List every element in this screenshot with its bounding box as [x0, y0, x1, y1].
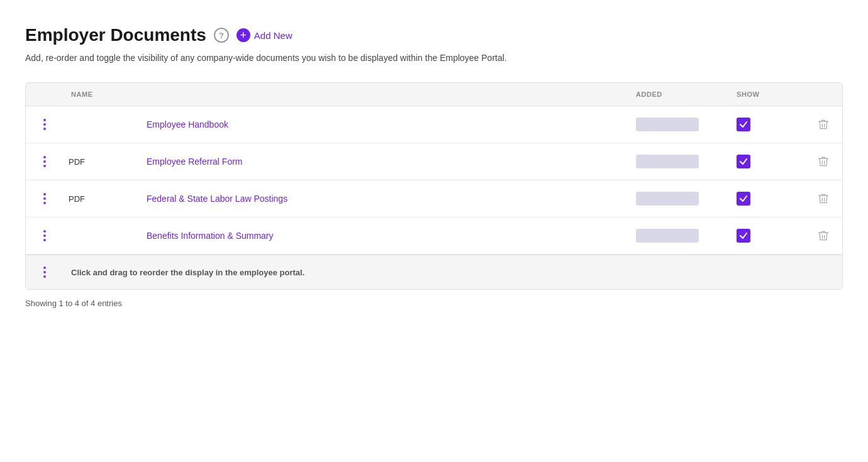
col-header-added: ADDED	[628, 91, 729, 98]
col-header-name2	[139, 91, 628, 98]
table-row: PDF Federal & State Labor Law Postings	[26, 180, 842, 217]
doc-type: PDF	[64, 157, 139, 167]
doc-added	[628, 192, 729, 206]
drag-dots-icon	[43, 119, 46, 130]
doc-added	[628, 155, 729, 168]
drag-dots-icon	[43, 230, 46, 241]
col-header-delete	[804, 91, 842, 98]
doc-added	[628, 118, 729, 131]
show-checkbox[interactable]	[737, 118, 750, 131]
trash-icon	[817, 118, 830, 131]
doc-delete[interactable]	[804, 118, 842, 131]
add-new-label: Add New	[254, 30, 292, 41]
show-checkbox[interactable]	[737, 192, 750, 206]
trash-icon	[817, 229, 830, 242]
table-row: Benefits Information & Summary	[26, 217, 842, 255]
doc-delete[interactable]	[804, 155, 842, 168]
trash-icon	[817, 155, 830, 168]
page-title: Employer Documents	[25, 25, 206, 45]
footer-hint-text: Click and drag to reorder the display in…	[64, 268, 842, 277]
doc-show[interactable]	[729, 192, 804, 206]
drag-handle[interactable]	[26, 119, 64, 130]
table-header: NAME ADDED SHOW	[26, 83, 842, 106]
doc-show[interactable]	[729, 118, 804, 131]
col-header-show: SHOW	[729, 91, 804, 98]
doc-delete[interactable]	[804, 192, 842, 205]
doc-type: PDF	[64, 194, 139, 204]
col-header-name: NAME	[64, 91, 139, 98]
doc-show[interactable]	[729, 155, 804, 168]
doc-added	[628, 229, 729, 243]
drag-dots-icon	[43, 193, 46, 204]
table-footer-row: Click and drag to reorder the display in…	[26, 255, 842, 289]
doc-show[interactable]	[729, 229, 804, 243]
show-checkbox[interactable]	[737, 155, 750, 168]
drag-handle[interactable]	[26, 193, 64, 204]
page-subtitle: Add, re-order and toggle the visibility …	[25, 52, 843, 65]
help-icon[interactable]: ?	[214, 28, 229, 43]
doc-name[interactable]: Employee Handbook	[139, 119, 628, 129]
add-new-button[interactable]: + Add New	[236, 28, 292, 42]
drag-dots-icon	[43, 267, 46, 278]
doc-name[interactable]: Employee Referral Form	[139, 157, 628, 167]
page-header: Employer Documents ? + Add New	[25, 25, 843, 45]
date-pill	[636, 155, 699, 168]
documents-table: NAME ADDED SHOW Employee Handbook	[25, 82, 843, 290]
date-pill	[636, 192, 699, 206]
table-row: Employee Handbook	[26, 106, 842, 143]
date-pill	[636, 229, 699, 243]
drag-handle[interactable]	[26, 156, 64, 167]
doc-name[interactable]: Federal & State Labor Law Postings	[139, 194, 628, 204]
drag-dots-icon	[43, 156, 46, 167]
drag-handle[interactable]	[26, 230, 64, 241]
trash-icon	[817, 192, 830, 205]
col-header-drag	[26, 91, 64, 98]
showing-entries-text: Showing 1 to 4 of 4 entries	[25, 299, 843, 308]
show-checkbox[interactable]	[737, 229, 750, 243]
table-row: PDF Employee Referral Form	[26, 143, 842, 180]
doc-delete[interactable]	[804, 229, 842, 242]
add-new-circle-icon: +	[236, 28, 250, 42]
date-pill	[636, 118, 699, 131]
doc-name[interactable]: Benefits Information & Summary	[139, 231, 628, 241]
drag-handle-footer[interactable]	[26, 267, 64, 278]
